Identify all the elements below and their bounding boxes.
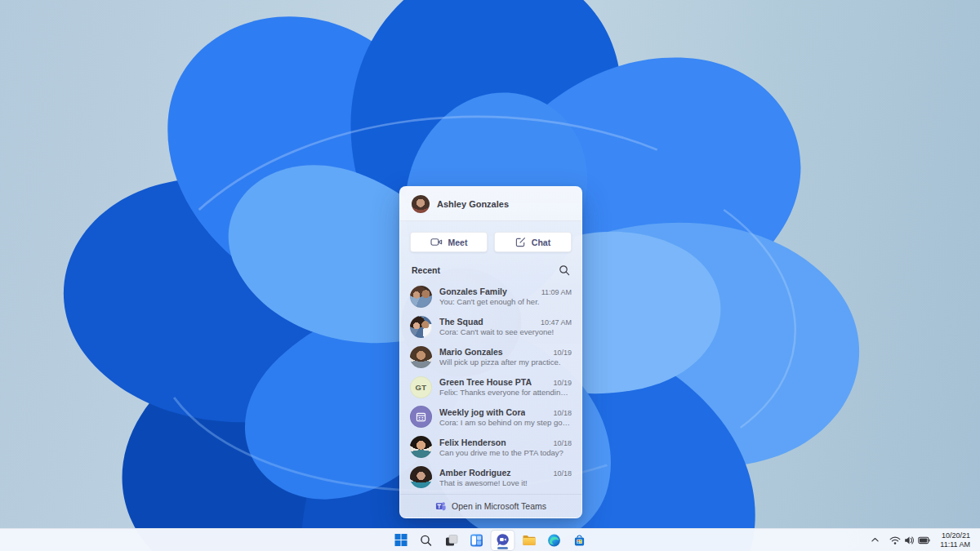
conversation-row[interactable]: Weekly jog with Cora 10/18 Cora: I am so… xyxy=(400,402,581,432)
conversation-name: Mario Gonzales xyxy=(439,347,503,357)
avatar-initials: GT xyxy=(416,383,427,392)
conversation-preview: Can you drive me to the PTA today? xyxy=(439,448,572,457)
clock[interactable]: 10/20/21 11:11 AM xyxy=(937,531,973,549)
conversation-row[interactable]: Amber Rodriguez 10/18 That is awesome! L… xyxy=(400,462,581,492)
desktop[interactable]: Ashley Gonzales Meet Chat Recent xyxy=(0,0,980,551)
start-button[interactable] xyxy=(390,531,412,550)
conversation-name: Felix Henderson xyxy=(439,438,506,447)
conversation-name: Green Tree House PTA xyxy=(439,377,532,387)
open-in-teams-link[interactable]: Open in Microsoft Teams xyxy=(400,494,581,518)
taskbar: 10/20/21 11:11 AM xyxy=(0,528,980,551)
conversation-avatar xyxy=(410,436,432,458)
chevron-up-icon xyxy=(871,536,880,544)
conversation-row[interactable]: Mario Gonzales 10/19 Will pick up pizza … xyxy=(400,342,581,372)
system-tray: 10/20/21 11:11 AM xyxy=(867,529,973,551)
conversation-time: 10/19 xyxy=(553,349,572,357)
microsoft-store-icon xyxy=(573,534,586,547)
search-icon[interactable] xyxy=(559,264,570,276)
search-icon xyxy=(420,534,433,547)
conversation-preview: Cora: I am so behind on my step goals. xyxy=(439,418,572,427)
conversation-list: Gonzales Family 11:09 AM You: Can't get … xyxy=(400,280,581,494)
video-camera-icon xyxy=(430,237,443,247)
conversation-row[interactable]: GT Green Tree House PTA 10/19 Felix: Tha… xyxy=(400,372,581,402)
edge-icon xyxy=(548,534,561,547)
conversation-row[interactable]: The Squad 10:47 AM Cora: Can't wait to s… xyxy=(400,312,581,342)
meet-button-label: Meet xyxy=(448,238,468,247)
widgets-icon xyxy=(470,534,483,547)
windows-logo-icon xyxy=(394,534,407,546)
tray-chevron-button[interactable] xyxy=(867,531,883,549)
task-view-icon xyxy=(444,534,458,547)
file-explorer-icon xyxy=(522,534,536,547)
conversation-time: 10:47 AM xyxy=(541,318,572,327)
teams-logo-icon xyxy=(435,500,446,513)
meet-button[interactable]: Meet xyxy=(410,232,488,252)
compose-icon xyxy=(515,237,526,247)
tray-date: 10/20/21 xyxy=(940,531,970,540)
conversation-preview: You: Can't get enough of her. xyxy=(439,297,572,306)
conversation-name: Amber Rodriguez xyxy=(439,468,511,478)
teams-chat-icon xyxy=(496,533,510,547)
conversation-avatar xyxy=(410,316,432,338)
conversation-preview: Cora: Can't wait to see everyone! xyxy=(439,327,572,336)
conversation-name: Weekly jog with Cora xyxy=(439,407,525,417)
taskbar-center-icons xyxy=(390,529,590,551)
conversation-avatar-initials: GT xyxy=(410,376,432,398)
conversation-name: The Squad xyxy=(439,317,483,327)
open-in-teams-label: Open in Microsoft Teams xyxy=(452,501,546,511)
widgets-button[interactable] xyxy=(466,531,488,550)
flyout-header[interactable]: Ashley Gonzales xyxy=(400,187,581,221)
conversation-time: 10/19 xyxy=(553,379,572,387)
recent-header: Recent xyxy=(412,264,570,276)
conversation-time: 10/18 xyxy=(553,439,572,447)
conversation-avatar xyxy=(410,286,432,308)
user-name: Ashley Gonzales xyxy=(437,199,509,209)
tray-status-button[interactable] xyxy=(886,531,933,549)
calendar-icon xyxy=(410,406,432,428)
active-app-indicator xyxy=(497,547,508,549)
conversation-time: 10/18 xyxy=(553,409,572,417)
conversation-preview: Will pick up pizza after my practice. xyxy=(439,358,572,367)
battery-icon xyxy=(918,536,930,544)
conversation-preview: That is awesome! Love it! xyxy=(439,478,572,487)
chat-button[interactable]: Chat xyxy=(494,232,572,252)
conversation-preview: Felix: Thanks everyone for attending tod… xyxy=(439,388,572,397)
task-view-button[interactable] xyxy=(441,531,462,550)
tray-time: 11:11 AM xyxy=(940,540,970,549)
microsoft-store-button[interactable] xyxy=(569,531,590,550)
conversation-time: 11:09 AM xyxy=(541,288,572,296)
recent-label: Recent xyxy=(412,265,440,275)
action-buttons: Meet Chat xyxy=(410,232,572,252)
conversation-time: 10/18 xyxy=(553,469,572,478)
edge-button[interactable] xyxy=(544,531,565,550)
conversation-row[interactable]: Felix Henderson 10/18 Can you drive me t… xyxy=(400,432,581,462)
teams-chat-button[interactable] xyxy=(492,531,514,550)
conversation-row[interactable]: Gonzales Family 11:09 AM You: Can't get … xyxy=(400,282,581,312)
volume-icon xyxy=(904,535,915,545)
chat-button-label: Chat xyxy=(532,238,550,247)
network-icon xyxy=(889,535,901,545)
file-explorer-button[interactable] xyxy=(519,531,540,550)
search-button[interactable] xyxy=(416,531,437,550)
conversation-avatar xyxy=(410,466,432,488)
conversation-avatar xyxy=(410,346,432,368)
conversation-name: Gonzales Family xyxy=(439,287,507,296)
user-avatar xyxy=(412,195,430,213)
teams-chat-flyout: Ashley Gonzales Meet Chat Recent xyxy=(399,186,582,518)
